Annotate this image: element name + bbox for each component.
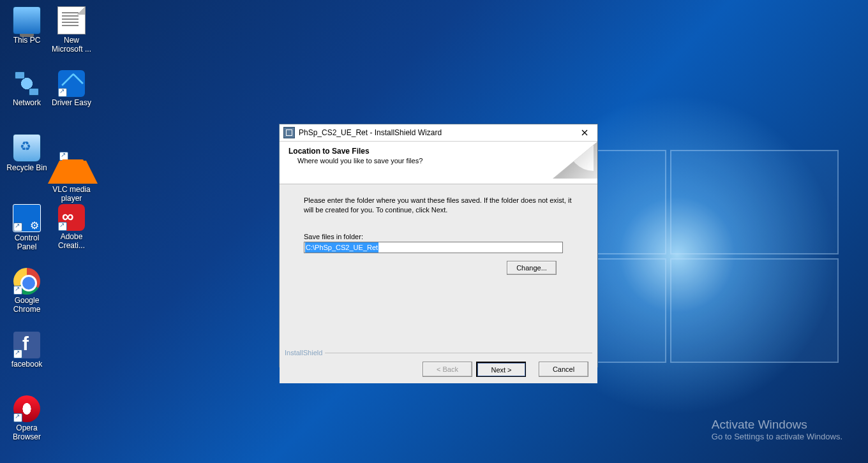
desktop-icon-google-chrome[interactable]: Google Chrome — [3, 268, 50, 314]
new-microsoft-icon — [57, 6, 86, 34]
folder-input[interactable]: C:\PhSp_CS2_UE_Ret — [304, 242, 563, 253]
shortcut-arrow-icon — [58, 222, 67, 231]
folder-label: Save files in folder: — [304, 233, 582, 240]
adobe-cc-icon — [58, 204, 85, 231]
desktop-icon-recycle-bin[interactable]: Recycle Bin — [3, 134, 50, 172]
installshield-dialog: PhSp_CS2_UE_Ret - InstallShield Wizard L… — [279, 124, 598, 367]
desktop-icon-new-microsoft[interactable]: New Microsoft ... — [48, 6, 95, 54]
shortcut-arrow-icon — [13, 413, 22, 422]
change-button[interactable]: Change... — [507, 261, 557, 275]
driver-easy-icon — [58, 70, 85, 97]
cancel-button[interactable]: Cancel — [539, 362, 588, 377]
installshield-brand: InstallShield — [285, 349, 325, 356]
folder-input-value: C:\PhSp_CS2_UE_Ret — [305, 242, 378, 253]
desktop-icon-control-panel[interactable]: Control Panel — [3, 204, 50, 251]
desktop-icon-label: Google Chrome — [3, 296, 50, 314]
network-icon — [13, 70, 40, 97]
dialog-titlebar[interactable]: PhSp_CS2_UE_Ret - InstallShield Wizard — [280, 124, 597, 142]
shortcut-arrow-icon — [59, 152, 68, 161]
facebook-icon — [13, 332, 40, 358]
header-subtitle: Where would you like to save your files? — [297, 157, 588, 165]
installer-icon — [283, 127, 295, 138]
shortcut-arrow-icon — [13, 349, 22, 358]
dialog-body: Please enter the folder where you want t… — [280, 184, 597, 356]
desktop-icon-label: Adobe Creati... — [48, 232, 95, 250]
desktop-icon-label: New Microsoft ... — [48, 36, 95, 54]
watermark-subtitle: Go to Settings to activate Windows. — [712, 432, 842, 441]
instructions-text: Please enter the folder where you want t… — [304, 196, 582, 215]
google-chrome-icon — [13, 268, 40, 295]
desktop-icon-label: This PC — [3, 36, 50, 45]
vlc-icon — [48, 134, 98, 184]
desktop-icon-opera[interactable]: Opera Browser — [3, 395, 50, 441]
wallpaper-pane — [670, 258, 839, 363]
opera-icon — [13, 395, 40, 422]
close-icon — [581, 129, 588, 136]
desktop-icon-label: facebook — [3, 360, 50, 369]
desktop-icon-label: Driver Easy — [48, 98, 95, 107]
header-title: Location to Save Files — [288, 147, 588, 156]
desktop-icon-network[interactable]: Network — [3, 70, 50, 107]
dialog-title: PhSp_CS2_UE_Ret - InstallShield Wizard — [299, 128, 442, 137]
desktop-icon-vlc[interactable]: VLC media player — [48, 134, 95, 203]
desktop-icon-this-pc[interactable]: This PC — [3, 6, 50, 45]
this-pc-icon — [13, 6, 41, 34]
footer-rule — [285, 353, 592, 353]
desktop-icon-adobe-cc[interactable]: Adobe Creati... — [48, 204, 95, 250]
desktop-icon-facebook[interactable]: facebook — [3, 332, 50, 369]
dialog-footer: InstallShield < Back Next > Cancel — [280, 356, 597, 383]
desktop-icon-label: VLC media player — [48, 185, 95, 203]
dialog-header: Location to Save Files Where would you l… — [280, 142, 597, 184]
desktop-icon-label: Opera Browser — [3, 423, 50, 441]
back-button: < Back — [423, 362, 472, 377]
activate-windows-watermark: Activate Windows Go to Settings to activ… — [712, 418, 842, 441]
desktop-icon-driver-easy[interactable]: Driver Easy — [48, 70, 95, 107]
control-panel-icon — [13, 204, 41, 232]
shortcut-arrow-icon — [58, 88, 67, 97]
close-button[interactable] — [572, 124, 597, 141]
desktop-icon-label: Recycle Bin — [3, 163, 50, 172]
shortcut-arrow-icon — [13, 286, 22, 295]
next-button[interactable]: Next > — [476, 362, 526, 377]
shortcut-arrow-icon — [13, 223, 22, 231]
wallpaper-pane — [670, 150, 839, 254]
desktop-icon-label: Control Panel — [3, 233, 50, 251]
recycle-bin-icon — [13, 134, 41, 162]
watermark-title: Activate Windows — [712, 418, 842, 432]
desktop-icon-label: Network — [3, 98, 50, 107]
